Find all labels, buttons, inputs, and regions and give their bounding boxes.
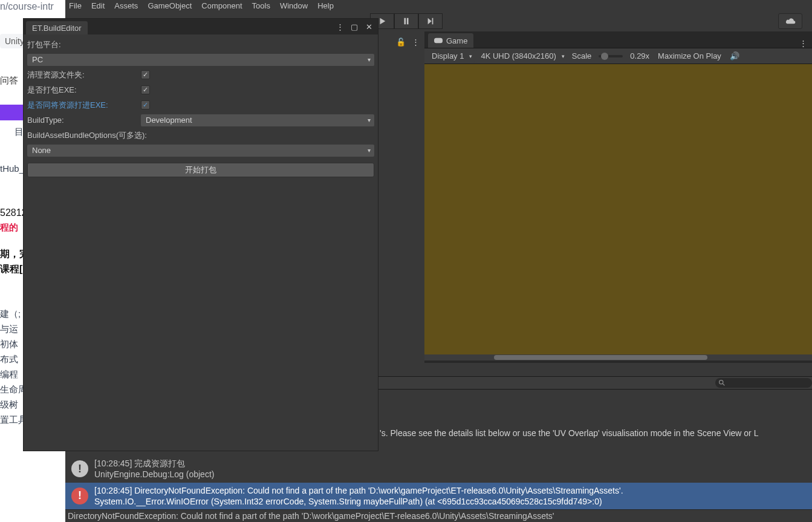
console-info-message[interactable]: ! [10:28:45] 完成资源打包 UnityEngine.Debug:Lo… [65,455,812,482]
maximize-on-play[interactable]: Maximize On Play [654,51,725,60]
dialog-body: 打包平台: PC 清理资源文件夹: 是否打包EXE: 是否同将资源打进EXE: … [24,34,378,451]
menu-tools[interactable]: Tools [252,1,270,10]
display-dropdown[interactable]: Display 1 [427,50,475,62]
horizontal-scrollbar[interactable] [424,354,812,361]
console-line: UnityEngine.Debug:Log (object) [94,469,214,480]
close-icon[interactable]: ✕ [365,22,373,31]
dialog-tab[interactable]: ET.BuildEditor [26,21,88,34]
build-type-dropdown[interactable]: Development [141,114,374,126]
dialog-title: ET.BuildEditor [32,24,82,33]
kebab-icon[interactable]: ⋮ [794,39,812,48]
pack-into-exe-label: 是否同将资源打进EXE: [27,100,141,111]
info-icon: ! [71,460,88,477]
menu-edit[interactable]: Edit [91,1,105,10]
panel-search-row [378,376,812,390]
gamepad-icon [434,38,443,44]
error-icon: ! [71,488,88,504]
kebab-icon[interactable]: ⋮ [336,22,344,31]
uv-overlap-hint: 's. Please see the details list below or… [378,428,812,438]
menubar: File Edit Assets GameObject Component To… [65,0,812,11]
game-viewport [424,64,812,361]
maximize-icon[interactable]: ▢ [350,22,359,31]
game-pane: Game ⋮ Display 1 4K UHD (3840x2160) Scal… [424,31,812,363]
play-icon [378,17,386,25]
bundle-options-dropdown[interactable]: None [27,145,374,157]
menu-gameobject[interactable]: GameObject [148,1,192,10]
search-icon [719,380,725,386]
build-type-label: BuildType: [27,116,141,125]
url-fragment: n/course-intr [0,0,65,16]
console: ! [10:28:45] 完成资源打包 UnityEngine.Debug:Lo… [65,455,812,522]
platform-label: 打包平台: [27,39,141,50]
step-icon [426,17,435,25]
platform-value: PC [32,55,43,64]
bundle-options-value: None [32,146,51,155]
clean-checkbox[interactable] [141,70,150,79]
menu-window[interactable]: Window [280,1,308,10]
kebab-icon[interactable]: ⋮ [412,38,420,47]
game-tab[interactable]: Game [428,33,473,48]
step-button[interactable] [418,13,443,29]
play-controls [370,13,443,29]
console-line: [10:28:45] 完成资源打包 [94,458,214,469]
console-error-message[interactable]: ! [10:28:45] DirectoryNotFoundException:… [65,483,812,509]
panel-header-controls: 🔓 ⋮ [378,34,424,50]
pack-exe-label: 是否打包EXE: [27,85,141,96]
platform-dropdown[interactable]: PC [27,54,374,66]
pack-into-exe-checkbox[interactable] [141,100,150,109]
scale-value: 0.29x [626,51,653,60]
console-line: System.IO.__Error.WinIOError (System.Int… [94,496,623,507]
display-value: Display 1 [432,51,464,60]
menu-component[interactable]: Component [201,1,242,10]
pause-button[interactable] [394,13,418,29]
console-footer: DirectoryNotFoundException: Could not fi… [65,509,812,522]
start-build-button[interactable]: 开始打包 [27,163,374,177]
build-type-value: Development [146,116,192,125]
start-build-label: 开始打包 [185,165,216,175]
resolution-dropdown[interactable]: 4K UHD (3840x2160) [476,50,567,62]
svg-point-0 [719,380,723,384]
search-input[interactable] [715,378,812,388]
cloud-icon [784,17,796,25]
scale-label: Scale [568,51,596,60]
menu-assets[interactable]: Assets [114,1,138,10]
bundle-options-label: BuildAssetBundleOptions(可多选): [27,130,147,141]
console-line: [10:28:45] DirectoryNotFoundException: C… [94,485,623,496]
cloud-button[interactable] [778,13,802,29]
menu-file[interactable]: File [69,1,82,10]
scale-slider[interactable] [599,55,623,57]
game-tab-label: Game [446,36,467,45]
resolution-value: 4K UHD (3840x2160) [481,51,556,60]
dialog-titlebar: ET.BuildEditor ⋮ ▢ ✕ [24,19,378,34]
speaker-icon[interactable]: 🔊 [726,51,743,60]
lock-icon[interactable]: 🔓 [396,38,406,47]
pack-exe-checkbox[interactable] [141,85,150,94]
build-editor-dialog: ET.BuildEditor ⋮ ▢ ✕ 打包平台: PC 清理资源文件夹: 是… [23,18,378,451]
game-toolbar: Display 1 4K UHD (3840x2160) Scale 0.29x… [424,48,812,64]
menu-help[interactable]: Help [317,1,334,10]
clean-label: 清理资源文件夹: [27,70,141,80]
pause-icon [402,17,411,25]
game-tab-row: Game ⋮ [424,31,812,48]
